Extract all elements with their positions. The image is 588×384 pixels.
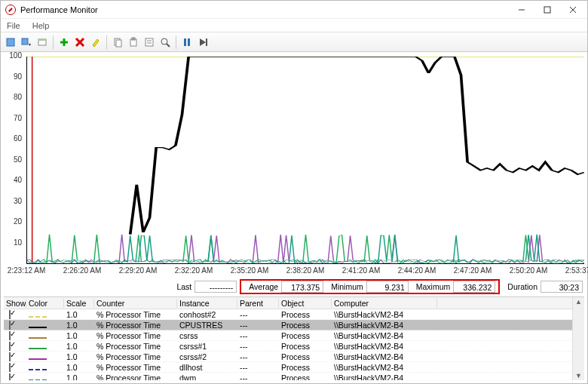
cell-scale: 1.0 [64, 352, 94, 361]
col-object[interactable]: Object [279, 299, 332, 308]
cell-counter: % Processor Time [94, 342, 177, 351]
highlight-button[interactable] [88, 35, 103, 50]
stat-avg-value: 173.375 [281, 281, 323, 293]
table-row[interactable]: 1.0% Processor Timedwm---Process\\BurstH… [4, 373, 584, 380]
stat-min-value: 9.231 [366, 281, 409, 293]
col-show[interactable]: Show [4, 299, 26, 308]
chart-area: 100908070605040302010 2:23:12 AM2:26:20 … [1, 52, 587, 278]
show-checkbox[interactable] [9, 342, 11, 351]
cell-scale: 1.0 [64, 331, 94, 340]
window-title: Performance Monitor [20, 5, 509, 14]
cell-parent: --- [237, 363, 279, 372]
cell-object: Process [279, 352, 332, 361]
cell-computer: \\BurstHackVM2-B4 [332, 310, 437, 319]
show-checkbox[interactable] [9, 363, 11, 372]
col-color[interactable]: Color [26, 299, 64, 308]
grid-header: Show Color Scale Counter Instance Parent… [4, 297, 584, 309]
x-tick: 2:26:20 AM [63, 266, 102, 275]
show-checkbox[interactable] [9, 373, 11, 381]
app-icon [5, 5, 16, 15]
maximize-button[interactable] [534, 1, 560, 19]
paste-button[interactable] [126, 35, 141, 50]
x-tick: 2:44:20 AM [398, 266, 436, 275]
show-checkbox[interactable] [9, 321, 11, 330]
table-row[interactable]: 1.0% Processor Timecsrss---Process\\Burs… [4, 330, 584, 341]
cell-computer: \\BurstHackVM2-B4 [332, 352, 437, 361]
freeze-button[interactable] [179, 35, 194, 50]
scroll-down-icon[interactable]: ▼ [574, 371, 583, 380]
svg-point-19 [161, 38, 167, 45]
svg-rect-1 [544, 7, 550, 13]
x-tick: 2:32:20 AM [175, 266, 213, 275]
cell-object: Process [279, 331, 332, 340]
show-checkbox[interactable] [9, 352, 11, 361]
table-row[interactable]: 1.0% Processor Timecsrss#2---Process\\Bu… [4, 352, 584, 362]
svg-rect-23 [206, 38, 207, 46]
zoom-button[interactable] [158, 35, 173, 50]
titlebar: Performance Monitor [1, 1, 587, 19]
color-swatch [29, 358, 47, 360]
cell-instance: csrss [177, 331, 237, 340]
toolbar-separator [106, 35, 107, 49]
y-tick: 30 [1, 196, 22, 204]
col-scale[interactable]: Scale [64, 299, 94, 308]
cell-scale: 1.0 [64, 310, 94, 319]
stat-highlight-box: Average 173.375 Minimum 9.231 Maximum 33… [240, 279, 500, 294]
menu-help[interactable]: Help [29, 20, 53, 31]
cell-scale: 1.0 [64, 373, 94, 381]
x-tick: 2:50:20 AM [510, 266, 548, 275]
color-swatch [29, 379, 47, 381]
plot-area[interactable] [26, 57, 584, 264]
svg-rect-21 [184, 38, 186, 46]
y-tick: 10 [1, 238, 22, 246]
y-tick: 80 [1, 93, 22, 101]
add-counter-button[interactable] [57, 35, 72, 50]
properties-button[interactable] [142, 35, 157, 50]
close-button[interactable] [560, 1, 586, 19]
copy-button[interactable] [110, 35, 125, 50]
show-checkbox[interactable] [9, 310, 11, 319]
cell-instance: csrss#2 [177, 352, 237, 361]
scroll-up-icon[interactable]: ▲ [574, 297, 583, 306]
color-swatch [29, 337, 47, 339]
delete-counter-button[interactable] [72, 35, 87, 50]
table-row[interactable]: 1.0% Processor Timeconhost#2---Process\\… [4, 309, 584, 320]
stat-last-value: --------- [194, 281, 237, 293]
y-tick: 90 [1, 72, 22, 80]
view-dropdown-button[interactable] [19, 35, 34, 50]
x-tick: 2:53:37 AM [565, 266, 588, 275]
toolbar-separator [53, 35, 54, 49]
cell-instance: conhost#2 [177, 310, 237, 319]
col-computer[interactable]: Computer [332, 299, 437, 308]
cell-computer: \\BurstHackVM2-B4 [332, 373, 437, 381]
col-counter[interactable]: Counter [94, 299, 177, 308]
stat-max-label: Maximum [416, 282, 451, 291]
y-tick: 70 [1, 113, 22, 121]
open-log-button[interactable] [35, 35, 50, 50]
stat-min-label: Minimum [331, 282, 363, 291]
grid-body: 1.0% Processor Timeconhost#2---Process\\… [4, 309, 584, 380]
table-row[interactable]: 1.0% Processor Timecsrss#1---Process\\Bu… [4, 341, 584, 352]
cell-scale: 1.0 [64, 342, 94, 351]
table-row[interactable]: 1.0% Processor TimeCPUSTRES---Process\\B… [4, 320, 584, 330]
cell-counter: % Processor Time [94, 331, 177, 340]
vertical-scrollbar[interactable]: ▲ ▼ [572, 297, 584, 380]
minimize-button[interactable] [509, 1, 534, 19]
toolbar [1, 32, 587, 52]
view-report-button[interactable] [3, 35, 18, 50]
svg-line-20 [167, 44, 170, 47]
cell-counter: % Processor Time [94, 363, 177, 372]
window: Performance Monitor File Help 1009080706… [0, 0, 588, 384]
stat-last-label: Last [176, 282, 191, 291]
x-tick: 2:23:12 AM [8, 266, 46, 275]
show-checkbox[interactable] [9, 331, 11, 340]
x-tick: 2:47:20 AM [454, 266, 492, 275]
menubar: File Help [1, 19, 587, 32]
table-row[interactable]: 1.0% Processor Timedllhost---Process\\Bu… [4, 362, 584, 373]
cell-instance: CPUSTRES [177, 321, 237, 330]
col-instance[interactable]: Instance [177, 299, 237, 308]
col-parent[interactable]: Parent [237, 299, 279, 308]
menu-file[interactable]: File [4, 20, 23, 31]
update-button[interactable] [195, 35, 210, 50]
x-tick: 2:29:20 AM [119, 266, 158, 275]
